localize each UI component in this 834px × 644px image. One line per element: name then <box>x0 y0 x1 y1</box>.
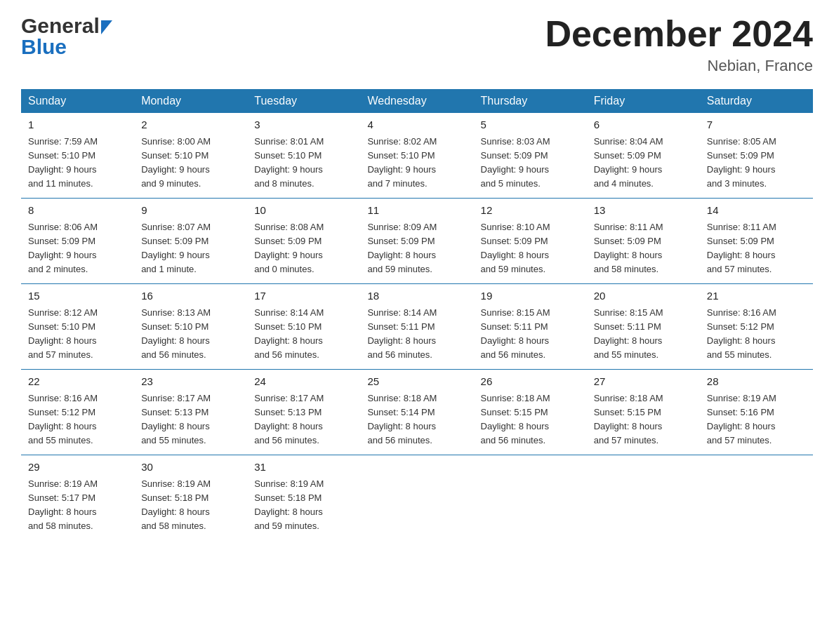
day-info: Sunrise: 8:04 AMSunset: 5:09 PMDaylight:… <box>594 135 693 192</box>
day-number: 10 <box>254 203 353 219</box>
day-number: 5 <box>481 117 580 133</box>
day-number: 15 <box>28 288 127 304</box>
logo: General Blue <box>21 14 112 59</box>
calendar-cell: 25 Sunrise: 8:18 AMSunset: 5:14 PMDaylig… <box>360 370 473 455</box>
day-number: 22 <box>28 374 127 390</box>
calendar-table: SundayMondayTuesdayWednesdayThursdayFrid… <box>21 89 813 540</box>
day-number: 1 <box>28 117 127 133</box>
calendar-cell: 5 Sunrise: 8:03 AMSunset: 5:09 PMDayligh… <box>474 113 587 199</box>
calendar-cell: 20 Sunrise: 8:15 AMSunset: 5:11 PMDaylig… <box>587 284 700 370</box>
day-number: 13 <box>594 203 693 219</box>
day-number: 7 <box>707 117 806 133</box>
calendar-cell: 27 Sunrise: 8:18 AMSunset: 5:15 PMDaylig… <box>587 370 700 455</box>
calendar-cell <box>360 455 473 541</box>
calendar-cell <box>474 455 587 541</box>
day-info: Sunrise: 8:09 AMSunset: 5:09 PMDaylight:… <box>367 220 466 277</box>
day-number: 4 <box>367 117 466 133</box>
calendar-cell: 15 Sunrise: 8:12 AMSunset: 5:10 PMDaylig… <box>21 284 134 370</box>
calendar-cell: 8 Sunrise: 8:06 AMSunset: 5:09 PMDayligh… <box>21 199 134 284</box>
calendar-cell: 2 Sunrise: 8:00 AMSunset: 5:10 PMDayligh… <box>134 113 247 199</box>
calendar-cell: 26 Sunrise: 8:18 AMSunset: 5:15 PMDaylig… <box>474 370 587 455</box>
day-number: 17 <box>254 288 353 304</box>
calendar-cell: 28 Sunrise: 8:19 AMSunset: 5:16 PMDaylig… <box>700 370 813 455</box>
day-number: 26 <box>481 374 580 390</box>
day-number: 16 <box>141 288 240 304</box>
day-info: Sunrise: 8:07 AMSunset: 5:09 PMDaylight:… <box>141 220 240 277</box>
day-number: 31 <box>254 459 353 476</box>
day-info: Sunrise: 8:18 AMSunset: 5:15 PMDaylight:… <box>481 391 580 448</box>
day-info: Sunrise: 8:14 AMSunset: 5:11 PMDaylight:… <box>367 306 466 363</box>
header-saturday: Saturday <box>700 89 813 113</box>
day-number: 30 <box>141 459 240 476</box>
day-info: Sunrise: 8:05 AMSunset: 5:09 PMDaylight:… <box>707 135 806 192</box>
calendar-cell: 29 Sunrise: 8:19 AMSunset: 5:17 PMDaylig… <box>21 455 134 541</box>
day-info: Sunrise: 8:13 AMSunset: 5:10 PMDaylight:… <box>141 306 240 363</box>
day-info: Sunrise: 8:15 AMSunset: 5:11 PMDaylight:… <box>594 306 693 363</box>
calendar-cell: 3 Sunrise: 8:01 AMSunset: 5:10 PMDayligh… <box>247 113 360 199</box>
calendar-cell: 11 Sunrise: 8:09 AMSunset: 5:09 PMDaylig… <box>360 199 473 284</box>
day-number: 25 <box>367 374 466 390</box>
calendar-cell: 21 Sunrise: 8:16 AMSunset: 5:12 PMDaylig… <box>700 284 813 370</box>
day-info: Sunrise: 8:19 AMSunset: 5:17 PMDaylight:… <box>28 477 127 534</box>
header-wednesday: Wednesday <box>360 89 473 113</box>
day-number: 9 <box>141 203 240 219</box>
day-number: 14 <box>707 203 806 219</box>
calendar-cell: 7 Sunrise: 8:05 AMSunset: 5:09 PMDayligh… <box>700 113 813 199</box>
day-info: Sunrise: 8:19 AMSunset: 5:18 PMDaylight:… <box>254 477 353 534</box>
day-number: 23 <box>141 374 240 390</box>
calendar-cell: 1 Sunrise: 7:59 AMSunset: 5:10 PMDayligh… <box>21 113 134 199</box>
day-info: Sunrise: 8:02 AMSunset: 5:10 PMDaylight:… <box>367 135 466 192</box>
calendar-cell: 13 Sunrise: 8:11 AMSunset: 5:09 PMDaylig… <box>587 199 700 284</box>
day-info: Sunrise: 8:01 AMSunset: 5:10 PMDaylight:… <box>254 135 353 192</box>
calendar-cell: 23 Sunrise: 8:17 AMSunset: 5:13 PMDaylig… <box>134 370 247 455</box>
header-thursday: Thursday <box>474 89 587 113</box>
logo-general-text: General <box>21 14 100 38</box>
day-info: Sunrise: 8:10 AMSunset: 5:09 PMDaylight:… <box>481 220 580 277</box>
day-number: 8 <box>28 203 127 219</box>
calendar-cell: 16 Sunrise: 8:13 AMSunset: 5:10 PMDaylig… <box>134 284 247 370</box>
calendar-cell: 14 Sunrise: 8:11 AMSunset: 5:09 PMDaylig… <box>700 199 813 284</box>
day-number: 27 <box>594 374 693 390</box>
calendar-cell: 31 Sunrise: 8:19 AMSunset: 5:18 PMDaylig… <box>247 455 360 541</box>
day-number: 12 <box>481 203 580 219</box>
logo-blue-text: Blue <box>21 35 67 59</box>
calendar-cell: 9 Sunrise: 8:07 AMSunset: 5:09 PMDayligh… <box>134 199 247 284</box>
calendar-cell: 22 Sunrise: 8:16 AMSunset: 5:12 PMDaylig… <box>21 370 134 455</box>
day-info: Sunrise: 8:12 AMSunset: 5:10 PMDaylight:… <box>28 306 127 363</box>
calendar-header-row: SundayMondayTuesdayWednesdayThursdayFrid… <box>21 89 813 113</box>
day-number: 21 <box>707 288 806 304</box>
day-info: Sunrise: 8:03 AMSunset: 5:09 PMDaylight:… <box>481 135 580 192</box>
calendar-cell: 10 Sunrise: 8:08 AMSunset: 5:09 PMDaylig… <box>247 199 360 284</box>
day-number: 6 <box>594 117 693 133</box>
header-friday: Friday <box>587 89 700 113</box>
day-number: 29 <box>28 459 127 476</box>
day-info: Sunrise: 8:11 AMSunset: 5:09 PMDaylight:… <box>594 220 693 277</box>
day-number: 28 <box>707 374 806 390</box>
page-title: December 2024 <box>545 14 813 54</box>
calendar-cell: 6 Sunrise: 8:04 AMSunset: 5:09 PMDayligh… <box>587 113 700 199</box>
page-header: General Blue December 2024 Nebian, Franc… <box>21 14 813 75</box>
day-info: Sunrise: 8:16 AMSunset: 5:12 PMDaylight:… <box>28 391 127 448</box>
calendar-cell: 18 Sunrise: 8:14 AMSunset: 5:11 PMDaylig… <box>360 284 473 370</box>
calendar-cell: 19 Sunrise: 8:15 AMSunset: 5:11 PMDaylig… <box>474 284 587 370</box>
day-info: Sunrise: 8:17 AMSunset: 5:13 PMDaylight:… <box>141 391 240 448</box>
day-info: Sunrise: 8:16 AMSunset: 5:12 PMDaylight:… <box>707 306 806 363</box>
week-row-2: 8 Sunrise: 8:06 AMSunset: 5:09 PMDayligh… <box>21 199 813 284</box>
header-tuesday: Tuesday <box>247 89 360 113</box>
day-number: 3 <box>254 117 353 133</box>
day-info: Sunrise: 8:11 AMSunset: 5:09 PMDaylight:… <box>707 220 806 277</box>
calendar-cell: 24 Sunrise: 8:17 AMSunset: 5:13 PMDaylig… <box>247 370 360 455</box>
calendar-cell: 17 Sunrise: 8:14 AMSunset: 5:10 PMDaylig… <box>247 284 360 370</box>
title-block: December 2024 Nebian, France <box>545 14 813 75</box>
day-info: Sunrise: 8:19 AMSunset: 5:16 PMDaylight:… <box>707 391 806 448</box>
day-info: Sunrise: 8:06 AMSunset: 5:09 PMDaylight:… <box>28 220 127 277</box>
day-info: Sunrise: 8:00 AMSunset: 5:10 PMDaylight:… <box>141 135 240 192</box>
day-info: Sunrise: 8:18 AMSunset: 5:15 PMDaylight:… <box>594 391 693 448</box>
day-number: 24 <box>254 374 353 390</box>
calendar-cell: 12 Sunrise: 8:10 AMSunset: 5:09 PMDaylig… <box>474 199 587 284</box>
day-info: Sunrise: 7:59 AMSunset: 5:10 PMDaylight:… <box>28 135 127 192</box>
page-subtitle: Nebian, France <box>545 57 813 75</box>
day-info: Sunrise: 8:18 AMSunset: 5:14 PMDaylight:… <box>367 391 466 448</box>
day-number: 20 <box>594 288 693 304</box>
header-sunday: Sunday <box>21 89 134 113</box>
